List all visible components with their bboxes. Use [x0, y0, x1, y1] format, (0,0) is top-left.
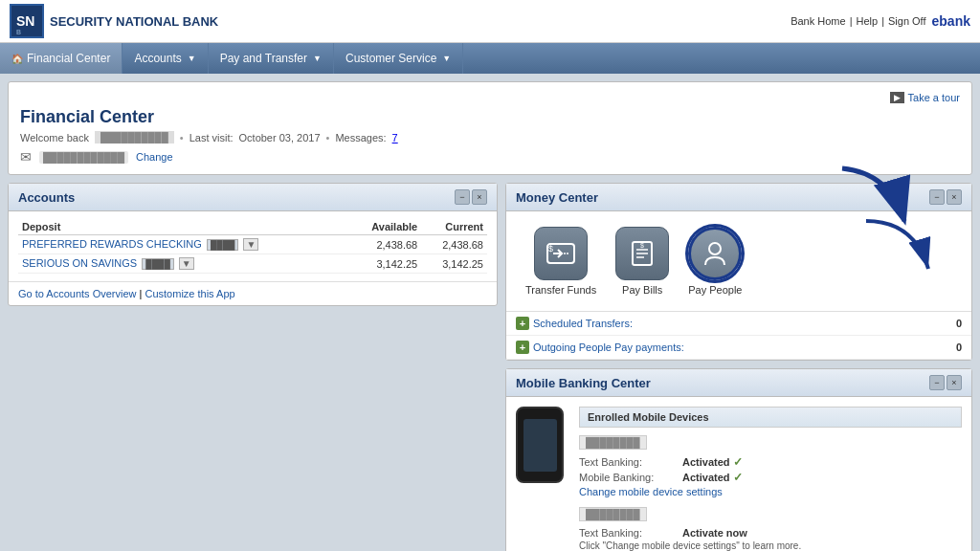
last-visit-label: Last visit: [189, 132, 234, 143]
device-1-mobile-banking-status: Activated ✓ [682, 471, 743, 484]
financial-center-panel: ▶ Take a tour Financial Center Welcome b… [8, 81, 972, 175]
activate-desc: Click "Change mobile device settings" to… [579, 540, 962, 551]
device-1-text-banking-label: Text Banking: [579, 456, 675, 468]
ebank-label: ebank [932, 13, 970, 29]
mobile-banking-title: Mobile Banking Center [516, 376, 651, 390]
messages-label: Messages: [335, 132, 386, 143]
scheduled-transfers-link[interactable]: Scheduled Transfers: [533, 318, 633, 329]
mobile-banking-minimize-btn[interactable]: − [929, 375, 945, 390]
right-column: Money Center − × [505, 183, 972, 551]
people-pay-value: 0 [943, 342, 962, 353]
available-balance-cell-2: 3,142.25 [349, 254, 422, 274]
accounts-panel-controls: − × [455, 189, 487, 205]
deposit-column-header: Deposit [18, 219, 349, 235]
mobile-banking-controls: − × [929, 375, 962, 390]
accounts-overview-link[interactable]: Go to Accounts Overview [18, 288, 137, 299]
help-link[interactable]: Help [857, 15, 879, 27]
mobile-banking-panel: Mobile Banking Center − × Enrolled Mobil… [505, 368, 972, 551]
nav-pay-transfer[interactable]: Pay and Transfer ▼ [209, 43, 334, 74]
customer-service-dropdown-icon: ▼ [442, 54, 451, 63]
enrolled-section: Enrolled Mobile Devices ████████ Text Ba… [579, 407, 962, 551]
nav-financial-center-label: Financial Center [27, 52, 110, 65]
bank-name: SECURITY NATIONAL BANK [50, 14, 218, 29]
accounts-table: Deposit Available Current PREFERRED REWA… [18, 219, 487, 274]
scheduled-transfers-row: + Scheduled Transfers: 0 [506, 312, 971, 336]
people-pay-link[interactable]: Outgoing People Pay payments: [533, 342, 684, 353]
accounts-footer: Go to Accounts Overview | Customize this… [9, 281, 497, 305]
check-icon-1: ✓ [733, 455, 743, 469]
money-center-rows: + Scheduled Transfers: 0 + Outgoing Peop… [506, 311, 971, 360]
top-bar: SN B SECURITY NATIONAL BANK Bank Home | … [0, 0, 980, 43]
transfer-funds-icon: $ [534, 227, 588, 280]
table-row: PREFERRED REWARDS CHECKING ████ ▼ 2,438.… [18, 235, 487, 254]
scheduled-transfers-value: 0 [943, 318, 962, 329]
svg-text:B: B [16, 29, 21, 35]
sign-off-link[interactable]: Sign Off [888, 15, 926, 27]
account-dropdown-arrow-2[interactable]: ▼ [179, 257, 194, 270]
accounts-panel-body: Deposit Available Current PREFERRED REWA… [9, 211, 497, 281]
device-1-mobile-banking-label: Mobile Banking: [579, 472, 675, 483]
pay-people-item[interactable]: Pay People [688, 227, 742, 296]
preferred-rewards-link[interactable]: PREFERRED REWARDS CHECKING [22, 238, 202, 250]
change-device-settings-link[interactable]: Change mobile device settings [579, 486, 962, 497]
current-balance-cell: 2,438.68 [421, 235, 487, 254]
account-number-badge: ████ [207, 239, 239, 251]
accounts-close-btn[interactable]: × [472, 189, 487, 205]
page-title: Financial Center [20, 107, 960, 127]
accounts-title: Accounts [18, 190, 75, 205]
available-balance-cell: 2,438.68 [349, 235, 422, 254]
account-dropdown-arrow[interactable]: ▼ [243, 238, 258, 251]
accounts-panel-header: Accounts − × [9, 184, 497, 211]
money-center-minimize-btn[interactable]: − [929, 189, 945, 205]
main-content: ▶ Take a tour Financial Center Welcome b… [0, 74, 980, 551]
mobile-banking-close-btn[interactable]: × [947, 375, 962, 390]
email-address: ████████████ [39, 151, 128, 164]
pay-bills-label: Pay Bills [622, 284, 662, 296]
pay-transfer-dropdown-icon: ▼ [313, 54, 322, 63]
nav-pay-transfer-label: Pay and Transfer [220, 52, 307, 65]
customize-app-link[interactable]: Customize this App [145, 288, 234, 299]
left-column: Accounts − × Deposit Availabl [8, 183, 498, 551]
bank-logo-icon: SN B [10, 4, 44, 38]
fc-top-row: ▶ Take a tour [20, 92, 960, 103]
two-column-layout: Accounts − × Deposit Availabl [8, 183, 972, 551]
current-column-header: Current [421, 219, 487, 235]
pay-bills-item[interactable]: $ Pay Bills [615, 227, 669, 296]
available-column-header: Available [349, 219, 422, 235]
scheduled-transfers-label: + Scheduled Transfers: [516, 317, 943, 330]
svg-point-13 [709, 243, 721, 254]
device-2-name: ████████ [579, 507, 647, 521]
pay-people-label: Pay People [688, 284, 742, 296]
nav-accounts[interactable]: Accounts ▼ [122, 43, 208, 74]
money-center-title: Money Center [516, 190, 598, 205]
device-2-block: ████████ Text Banking: Activate now Clic… [579, 507, 962, 551]
user-name: ██████████ [95, 131, 174, 143]
logo-area: SN B SECURITY NATIONAL BANK [10, 4, 218, 38]
nav-financial-center[interactable]: 🏠 Financial Center [0, 43, 122, 74]
bank-home-link[interactable]: Bank Home [791, 15, 845, 27]
svg-text:$: $ [640, 242, 644, 249]
phone-icon [516, 407, 564, 483]
accounts-minimize-btn[interactable]: − [455, 189, 470, 205]
pay-bills-icon: $ [615, 227, 669, 280]
serious-savings-link[interactable]: SERIOUS ON SAVINGS [22, 257, 137, 269]
device-1-mobile-banking-row: Mobile Banking: Activated ✓ [579, 471, 962, 484]
device-2-text-banking-status: Activate now [682, 527, 747, 539]
take-a-tour-link[interactable]: ▶ Take a tour [890, 92, 960, 103]
nav-accounts-label: Accounts [134, 52, 181, 65]
change-email-link[interactable]: Change [136, 151, 173, 163]
people-pay-label: + Outgoing People Pay payments: [516, 341, 943, 354]
people-pay-expand-icon[interactable]: + [516, 341, 529, 354]
scheduled-transfers-expand-icon[interactable]: + [516, 317, 529, 330]
nav-customer-service[interactable]: Customer Service ▼ [334, 43, 463, 74]
phone-screen [523, 419, 557, 472]
money-center-close-btn[interactable]: × [947, 189, 962, 205]
money-center-controls: − × [929, 189, 962, 205]
transfer-funds-item[interactable]: $ Transfer Funds [525, 227, 596, 296]
money-center-icons-container: $ Transfer Funds [506, 211, 971, 311]
current-balance-cell-2: 3,142.25 [421, 254, 487, 274]
accounts-panel: Accounts − × Deposit Availabl [8, 183, 498, 306]
messages-link[interactable]: 7 [392, 132, 398, 143]
device-1-name: ████████ [579, 435, 647, 450]
enrolled-header: Enrolled Mobile Devices [579, 407, 962, 428]
